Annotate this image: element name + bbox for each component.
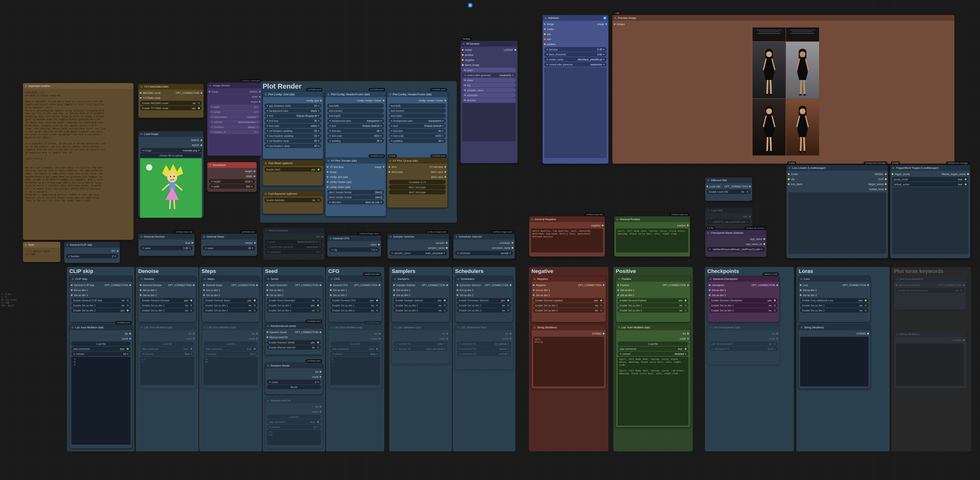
text-area[interactable]: 16 30 [204, 357, 258, 385]
combo-left-arrow[interactable]: ◀ [329, 130, 331, 132]
sampler-name-input-widget[interactable]: sampler_name [462, 88, 516, 92]
combo-right-arrow[interactable]: ▶ [685, 353, 687, 355]
convert-combo[interactable]: ◀convertdisabled▶ [618, 352, 689, 356]
node-header[interactable]: Image Resize [207, 82, 262, 88]
node-general-positive[interactable]: comfyui-easy-useGeneral Positivepositive… [614, 216, 690, 257]
enable-set-as-dim-1-toggle[interactable]: Enable Set as dim 1no [394, 303, 448, 307]
text-area[interactable]: worst quality, low quality, text, censor… [531, 228, 603, 252]
padding-combo[interactable]: ◀padding30▶ [389, 138, 446, 143]
collapse-icon[interactable] [389, 160, 391, 162]
node-header[interactable]: List: from Multiline (lab) [202, 325, 259, 330]
height-output-dot[interactable] [259, 101, 261, 103]
text-area[interactable]: ugly, blurry [533, 337, 604, 387]
node-header[interactable]: Positive [616, 276, 690, 282]
config-header-footer-output-dot[interactable] [383, 100, 385, 101]
collapse-icon[interactable] [533, 326, 536, 329]
node-header[interactable]: XY Plot: Render (lab) [326, 158, 386, 163]
node-list-from-multiline-lab[interactable]: comfylab-packList: from Multiline (lab)l… [328, 324, 382, 389]
node-general-cfg[interactable]: comfyui-image-saverGeneral CFGvalue◀cfg7… [327, 235, 381, 257]
node-seed-generator[interactable]: Seed GeneratorINT◀seed884601503012117▶◀c… [263, 227, 325, 260]
node-header[interactable]: List: Samplers (lab) [392, 325, 449, 330]
combo-left-arrow[interactable]: ◀ [211, 106, 212, 108]
enable-sampler-selector-toggle[interactable]: Enable Sampler Selectoryes [394, 298, 448, 303]
combo-left-arrow[interactable]: ◀ [709, 221, 710, 223]
combo-right-arrow[interactable]: ▶ [318, 105, 320, 107]
text-area[interactable] [896, 344, 964, 386]
combo-left-arrow[interactable]: ◀ [266, 145, 268, 147]
count-output-dot[interactable] [379, 337, 380, 340]
font-size-combo[interactable]: ◀font size30▶ [327, 128, 384, 133]
image-combo[interactable]: ◀imageexample.png▶ [140, 148, 202, 153]
pin-icon[interactable] [603, 16, 606, 20]
model-input-dot[interactable] [788, 173, 790, 175]
images-input-dot[interactable] [614, 23, 616, 25]
clip-input-dot[interactable] [788, 178, 790, 180]
enable-set-as-dim-1-toggle[interactable]: Enable Set as dim 1no [71, 303, 130, 307]
node-plot-config-grid-lab[interactable]: comfylab-packPlot Config: Grid (lab)conf… [262, 91, 323, 159]
list-output-dot[interactable] [320, 371, 321, 373]
node-header[interactable]: TXT2IMG/IMG2IMG [138, 84, 204, 90]
seed-input-dot[interactable] [464, 69, 466, 71]
set-as-dim-2-input-dot[interactable] [393, 294, 395, 296]
combo-right-arrow[interactable]: ▶ [774, 348, 776, 350]
positive-output-dot[interactable] [687, 225, 689, 227]
group-mode-toggle[interactable]: group_modetrue [892, 177, 969, 182]
font-color-combo[interactable]: ◀font color#222▶ [327, 133, 384, 138]
scheduler-name-output-dot[interactable] [512, 247, 514, 249]
enable-only-additional-lora-toggle[interactable]: Enable Only additional Lorayes [800, 298, 869, 303]
cfg-combo[interactable]: ◀cfg7.0▶ [329, 247, 379, 252]
combo-left-arrow[interactable]: ◀ [267, 246, 268, 248]
dim2-last-page-button[interactable]: dim2: last page [389, 190, 446, 194]
scheduler-2-combo[interactable]: ◀scheduler #2karras▶ [457, 347, 511, 351]
combo-left-arrow[interactable]: ◀ [546, 63, 547, 65]
image-input-dot[interactable] [208, 91, 210, 93]
count-output-dot[interactable] [320, 376, 321, 378]
font-size-combo[interactable]: ◀font size60▶ [389, 128, 446, 133]
collapse-icon[interactable] [457, 278, 460, 280]
list-output-dot[interactable] [446, 333, 448, 334]
width-output-dot[interactable] [259, 96, 261, 98]
combo-left-arrow[interactable]: ◀ [266, 109, 268, 112]
combo-right-arrow[interactable]: ▶ [251, 185, 253, 187]
list-output-dot[interactable] [193, 333, 195, 334]
node-different-vae[interactable]: Different VAELoad VAEOPT_CONNECTIONEnabl… [705, 177, 752, 201]
ckpt-name-output-dot[interactable] [763, 238, 765, 240]
set-as-dim-2-input-dot[interactable] [800, 294, 802, 296]
image-input-dot[interactable] [544, 23, 546, 25]
collapse-icon[interactable] [331, 278, 332, 280]
convert-combo[interactable]: ◀convertint▶ [204, 352, 258, 356]
seed-generator-input-dot[interactable] [266, 284, 268, 286]
sampler-selector-input-dot[interactable] [393, 284, 395, 286]
combo-right-arrow[interactable]: ▶ [381, 201, 382, 203]
enable-set-as-dim-2-toggle[interactable]: Enable Set as dim 2no [204, 308, 258, 313]
node-header[interactable]: Preview Image [612, 15, 955, 21]
opt-connection-output-dot[interactable] [867, 284, 869, 286]
scheduler-selector-input-dot[interactable] [457, 284, 458, 286]
text-left-field[interactable]: text (left) [327, 103, 384, 108]
sdxl-bestponyrealdream-sdxlpony13-safetensors-combo[interactable]: ◀sdxl\bestPonyrealDream_sdxlPony13.safet… [707, 247, 765, 252]
image-output-dot[interactable] [200, 139, 202, 141]
enable-set-as-dim-2-toggle[interactable]: Enable Set as dim 2no [457, 308, 511, 313]
node-header[interactable]: Resolution [207, 162, 256, 168]
combo-left-arrow[interactable]: ◀ [331, 249, 332, 251]
combo-left-arrow[interactable]: ◀ [391, 140, 392, 142]
dim1-input-dot[interactable] [388, 166, 390, 168]
node-header[interactable]: List: from Multiline (lab) [138, 325, 196, 330]
node-clip-skip[interactable]: CLIP SkipGeneral CLIP skipOPT_CONNECTION… [69, 276, 132, 322]
lora-input-dot[interactable] [800, 284, 802, 286]
comfyui-canvas[interactable]: Plot RenderCLIP skipDenoiseStepsSeedCFGS… [0, 0, 980, 480]
collapse-icon[interactable] [265, 162, 267, 164]
collapse-icon[interactable] [140, 326, 143, 329]
combo-right-arrow[interactable]: ▶ [251, 180, 253, 182]
enable-general-checkpoint-toggle[interactable]: Enable General Checkpointyes [709, 298, 778, 303]
skip-comments-toggle[interactable]: skip commentstrue [71, 347, 130, 351]
load-file-button[interactable]: Load file [71, 342, 130, 346]
combo-left-arrow[interactable]: ◀ [329, 201, 331, 203]
combo-left-arrow[interactable]: ◀ [266, 140, 268, 142]
filtered-trigger-words-output-dot[interactable] [967, 173, 969, 175]
count-output-dot[interactable] [446, 337, 448, 340]
combo-left-arrow[interactable]: ◀ [211, 116, 212, 118]
sampler-name-output-dot[interactable] [446, 247, 448, 249]
node-random-seeds[interactable]: comfylab-packRandom Seedslistcount◀count… [265, 363, 323, 394]
model-input-dot[interactable] [462, 49, 464, 51]
